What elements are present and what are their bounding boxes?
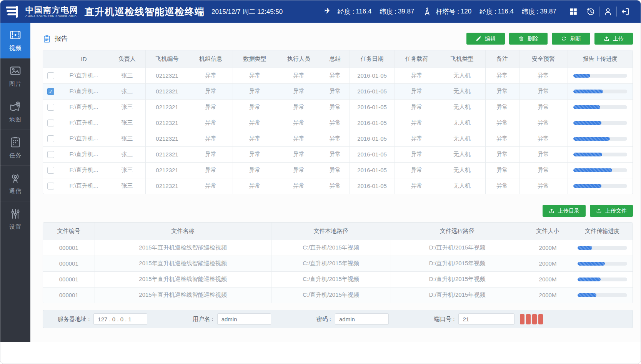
report-cell: 0212321 [145,83,189,99]
upload-progress-bar [573,105,628,109]
file-cell: 2015年直升机巡检线智能巡检视频 [95,271,271,287]
sidebar-item-comm[interactable]: 通信 [0,166,30,201]
sidebar-item-task[interactable]: 任务 [0,130,30,166]
row-checkbox[interactable] [47,72,54,79]
server-address-input[interactable] [93,313,147,325]
row-checkbox[interactable] [47,88,54,95]
report-cell: F:\直升机... [59,99,109,115]
upload-file-button[interactable]: 上传文件 [590,205,633,217]
sidebar-item-label: 图片 [9,80,22,88]
row-checkbox[interactable] [47,120,54,126]
report-cell: 异常 [321,68,350,83]
file-table-row[interactable]: 0000012015年直升机巡检线智能巡检视频C:/直升机/2015年视频D:/… [43,271,633,287]
report-table-row[interactable]: F:\直升机...张三0212321异常异常异常异常2016-01-05异常无人… [43,68,633,83]
aircraft-icon: ✈ [324,6,335,17]
report-progress-cell [568,178,633,194]
file-table-row[interactable]: 0000012015年直升机巡检线智能巡检视频C:/直升机/2015年视频D:/… [43,287,633,303]
report-cell: 异常 [189,115,233,131]
logo-name-cn: 中国南方电网 [25,5,78,15]
tower-latitude-label: 纬度 : [522,7,538,16]
report-cell: 异常 [485,178,519,194]
report-cell: 异常 [519,83,568,99]
report-cell: 张三 [109,131,145,146]
password-input[interactable] [335,313,389,325]
report-cell: 2016-01-05 [350,115,395,131]
report-cell: 异常 [519,162,568,178]
sidebar-item-label: 设置 [9,223,22,231]
logo-name-en: CHINA SOUTHERN POWER GRID [25,15,78,18]
file-cell: 2015年直升机巡检线智能巡检视频 [95,287,271,303]
report-cell: 异常 [277,68,321,83]
report-cell: 0212321 [145,131,189,146]
edit-button[interactable]: 编辑 [466,33,505,45]
transfer-progress-bar [578,278,628,281]
delete-button[interactable]: 删除 [509,33,548,45]
file-progress-cell [572,287,633,303]
header-action-icons [565,7,634,17]
tower-icon [422,7,432,17]
file-cell: 2015年直升机巡检线智能巡检视频 [95,256,271,271]
upload-progress-bar [573,74,628,78]
report-table-row[interactable]: F:\直升机...张三0212321异常异常异常异常2016-01-05异常无人… [43,178,633,194]
report-cell: 2016-01-05 [350,131,395,146]
upload-directory-button[interactable]: 上传目录 [543,205,586,217]
file-table-row[interactable]: 0000012015年直升机巡检线智能巡检视频C:/直升机/2015年视频D:/… [43,256,633,271]
signal-bar [520,314,524,324]
sidebar-item-settings[interactable]: 设置 [0,201,30,237]
report-cell: 异常 [321,115,350,131]
row-checkbox[interactable] [47,135,54,142]
port-input[interactable] [458,313,514,325]
row-checkbox[interactable] [47,104,54,111]
pencil-icon [476,36,481,42]
report-section-label: 报告 [55,34,68,43]
report-cell: 无人机 [439,146,485,162]
user-icon[interactable] [603,7,613,17]
report-cell: 0212321 [145,178,189,194]
report-cell: 2016-01-05 [350,178,395,194]
file-table-row[interactable]: 0000012015年直升机巡检线智能巡检视频C:/直升机/2015年视频D:/… [43,240,633,256]
report-table-row[interactable]: F:\直升机...张三0212321异常异常异常异常2016-01-05异常无人… [43,162,633,178]
report-cell: 张三 [109,99,145,115]
video-icon [9,29,22,41]
sidebar-item-label: 任务 [9,152,22,159]
history-icon[interactable] [586,7,596,17]
report-table-row[interactable]: F:\直升机...张三0212321异常异常异常异常2016-01-05异常无人… [43,99,633,115]
file-column-header: 文件本地路径 [271,223,391,240]
row-checkbox[interactable] [47,167,54,174]
report-column-header: 飞机编号 [145,50,189,68]
logout-icon[interactable] [620,7,630,17]
signal-bar [526,314,531,324]
report-cell: 异常 [395,83,439,99]
report-clipboard-icon [43,35,51,43]
report-cell: 异常 [277,99,321,115]
row-checkbox[interactable] [47,183,54,189]
row-checkbox[interactable] [47,151,54,158]
report-table-row[interactable]: F:\直升机...张三0212321异常异常异常异常2016-01-05异常无人… [43,146,633,162]
report-table-row[interactable]: F:\直升机...张三0212321异常异常异常异常2016-01-05异常无人… [43,131,633,146]
report-cell: 异常 [395,115,439,131]
report-column-header: 机组信息 [189,50,233,68]
sidebar-item-video[interactable]: 视频 [0,23,30,58]
report-cell: 0212321 [145,146,189,162]
username-input[interactable] [217,313,271,325]
report-table-row[interactable]: F:\直升机...张三0212321异常异常异常异常2016-01-05异常无人… [43,115,633,131]
refresh-button[interactable]: 刷新 [552,33,590,45]
flight-longitude-value: 116.4 [356,8,371,15]
upload-button[interactable]: 上传 [594,33,633,45]
report-cell: 异常 [233,83,277,99]
button-label: 上传 [613,35,624,42]
report-cell: 张三 [109,68,145,83]
file-toolbar: 上传目录上传文件 [43,205,633,217]
report-cell: 张三 [109,83,145,99]
file-cell: 000001 [43,240,95,256]
sidebar-item-image[interactable]: 图片 [0,58,30,94]
report-cell: 异常 [233,131,277,146]
sidebar-item-map[interactable]: 地图 [0,94,30,130]
report-cell: 异常 [321,131,350,146]
tower-longitude-value: 116.4 [498,8,514,15]
windows-icon[interactable] [568,7,578,17]
report-cell: 异常 [485,146,519,162]
report-table-row[interactable]: F:\直升机...张三0212321异常异常异常异常2016-01-05异常无人… [43,83,633,99]
tower-latitude-value: 39.87 [540,8,556,15]
report-cell: 2016-01-05 [350,99,395,115]
